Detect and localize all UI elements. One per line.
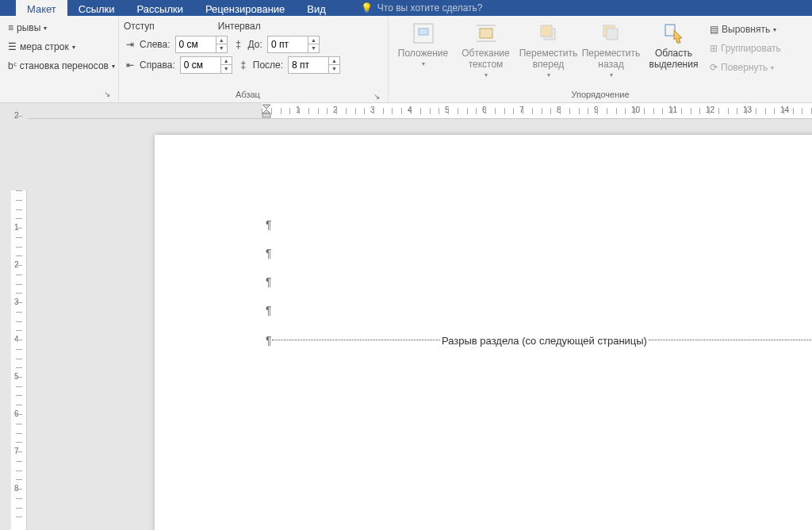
section-break-label: Разрыв раздела (со следующей страницы) [440,335,649,347]
spacing-after-spinner[interactable]: ▲▼ [288,56,340,74]
chevron-down-icon: ▾ [485,70,488,81]
bring-forward-label: Переместить вперед [519,48,578,70]
document-workspace: ⌐ 321123456789101112131415 2112345678 ¶ … [0,103,812,530]
svg-marker-10 [262,105,270,109]
align-button[interactable]: ▤ Выровнять ▾ [707,21,784,38]
ruler-margin-shade [27,103,262,119]
align-label: Выровнять [722,24,770,35]
indent-right-icon: ⇤ [124,59,136,71]
spacing-title: Интервал [218,21,261,32]
svg-rect-12 [262,113,270,117]
section-break-marker: ¶ Разрыв раздела (со следующей страницы) [266,332,812,348]
spacing-before-icon: ‡ [232,38,245,51]
rotate-icon: ⟳ [710,62,718,73]
group-button[interactable]: ⊞ Группировать [707,40,784,57]
spacing-after-label: После: [253,60,283,71]
group-page-setup-partial: ≡ рывы ▾ ☰ мера строк ▾ bᶜ становка пере… [0,16,119,102]
hyphenation-button[interactable]: bᶜ становка переносов ▾ [5,57,118,75]
chevron-down-icon: ▾ [422,59,425,70]
svg-rect-8 [607,29,618,40]
ribbon: ≡ рывы ▾ ☰ мера строк ▾ bᶜ становка пере… [0,16,812,103]
chevron-down-icon: ▾ [773,26,776,33]
group-arrange: Положение▾ Обтекание текстом▾ Переместит… [389,16,812,102]
send-backward-button[interactable]: Переместить назад▾ [581,19,641,86]
indent-left-icon: ⇥ [124,38,136,51]
pilcrow-icon: ¶ [266,334,272,347]
section-break-line [649,340,812,341]
dialog-launcher-icon[interactable]: ↘ [102,86,113,98]
chevron-down-icon[interactable]: ▼ [329,65,339,73]
chevron-down-icon: ▾ [72,44,75,51]
breaks-label: рывы [17,22,40,33]
chevron-down-icon: ▾ [44,25,47,32]
breaks-icon: ≡ [8,22,13,33]
tab-review[interactable]: Рецензирование [194,0,296,16]
pilcrow-icon: ¶ [266,304,272,317]
chevron-down-icon[interactable]: ▼ [308,44,319,52]
section-break-line [272,340,440,341]
pilcrow-icon: ¶ [266,275,272,288]
selection-pane-button[interactable]: Область выделения [644,19,703,86]
chevron-down-icon: ▾ [112,63,115,70]
chevron-down-icon[interactable]: ▼ [216,44,227,52]
chevron-up-icon[interactable]: ▲ [329,57,339,65]
dialog-launcher-icon[interactable]: ↘ [372,89,383,100]
spacing-after-input[interactable] [289,57,328,73]
hyphenation-label: становка переносов [20,60,109,71]
vertical-ruler[interactable]: 2112345678 [11,119,27,530]
hyphenation-icon: bᶜ [8,60,17,71]
spacing-before-input[interactable] [268,36,308,52]
document-page[interactable]: ¶ ¶ ¶ ¶ ¶ Разрыв раздела (со следующей с… [155,135,812,530]
chevron-down-icon: ▾ [771,64,774,71]
svg-rect-2 [480,29,492,38]
page-content[interactable]: ¶ ¶ ¶ ¶ ¶ Разрыв раздела (со следующей с… [155,135,812,348]
svg-rect-1 [419,29,428,35]
wrap-text-button[interactable]: Обтекание текстом▾ [456,19,515,86]
rotate-button[interactable]: ⟳ Повернуть ▾ [707,59,784,76]
line-numbers-button[interactable]: ☰ мера строк ▾ [5,38,118,56]
chevron-up-icon[interactable]: ▲ [308,36,319,44]
svg-marker-11 [262,109,270,113]
line-numbers-icon: ☰ [8,41,17,52]
chevron-up-icon[interactable]: ▲ [216,36,227,44]
position-button[interactable]: Положение▾ [393,19,453,86]
arrange-group-label: Упорядочение [393,86,807,102]
paragraph-group-label: Абзац [124,86,372,102]
bring-forward-icon [536,21,561,46]
rotate-label: Повернуть [721,62,768,73]
indent-title: Отступ [124,21,155,32]
send-backward-label: Переместить назад [581,48,641,70]
spacing-before-spinner[interactable]: ▲▼ [267,36,320,53]
wrap-text-label: Обтекание текстом [456,48,515,70]
pilcrow-icon: ¶ [266,247,272,259]
breaks-button[interactable]: ≡ рывы ▾ [5,19,118,36]
position-label: Положение [398,48,448,59]
chevron-down-icon[interactable]: ▼ [221,65,232,73]
indent-right-input[interactable] [181,57,220,73]
tell-me-placeholder: Что вы хотите сделать? [377,2,483,13]
position-icon [411,21,436,46]
chevron-down-icon: ▾ [610,70,613,81]
group-icon: ⊞ [710,43,718,54]
tab-references[interactable]: Ссылки [67,0,126,16]
indent-right-label: Справа: [140,60,175,71]
lightbulb-icon: 💡 [361,2,373,13]
tell-me-search[interactable]: 💡 Что вы хотите сделать? [337,0,483,16]
chevron-up-icon[interactable]: ▲ [221,57,232,65]
svg-rect-6 [541,25,552,36]
spacing-after-icon: ‡ [237,59,250,71]
align-icon: ▤ [710,24,718,35]
ruler-margin-shade [11,119,27,190]
line-numbers-label: мера строк [20,41,69,52]
chevron-down-icon: ▾ [547,70,550,81]
bring-forward-button[interactable]: Переместить вперед▾ [519,19,578,86]
horizontal-ruler[interactable]: ⌐ 321123456789101112131415 [27,103,812,119]
tab-layout[interactable]: Макет [16,0,67,16]
tab-mailings[interactable]: Рассылки [126,0,194,16]
pilcrow-icon: ¶ [266,218,272,231]
indent-left-input[interactable] [176,36,216,52]
indent-left-spinner[interactable]: ▲▼ [175,36,228,53]
indent-marker-icon[interactable] [262,103,270,119]
indent-right-spinner[interactable]: ▲▼ [180,56,232,74]
tab-view[interactable]: Вид [296,0,337,16]
